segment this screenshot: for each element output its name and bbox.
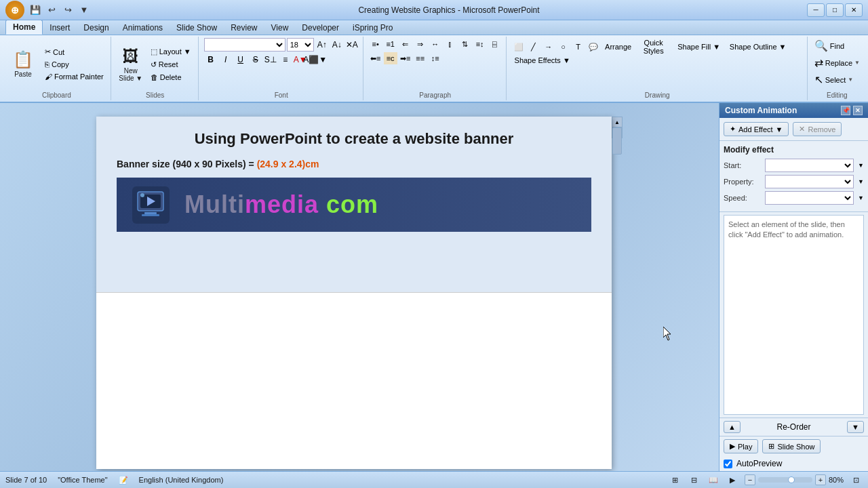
grow-font-btn[interactable]: A↑ bbox=[315, 39, 329, 51]
animation-header: Custom Animation 📌 ✕ bbox=[719, 103, 868, 118]
strikethrough-btn[interactable]: S bbox=[249, 54, 262, 66]
reorder-up-btn[interactable]: ▲ bbox=[724, 421, 741, 433]
minimize-btn[interactable]: ─ bbox=[807, 3, 825, 17]
font-name-select[interactable] bbox=[204, 38, 285, 52]
paste-button[interactable]: 📋 Paste bbox=[7, 43, 39, 85]
title-text: Creating Website Graphics - Microsoft Po… bbox=[91, 5, 807, 15]
slideshow-view-btn[interactable]: ▶ bbox=[726, 474, 739, 486]
draw-callout-btn[interactable]: 💬 bbox=[587, 41, 600, 53]
layout-button[interactable]: ⬚ Layout ▼ bbox=[148, 46, 194, 58]
line-spacing-btn[interactable]: ↕≡ bbox=[429, 52, 442, 64]
start-select[interactable] bbox=[765, 159, 854, 172]
tab-ispring[interactable]: iSpring Pro bbox=[346, 21, 399, 35]
align-btn[interactable]: ≡ bbox=[279, 54, 292, 66]
save-quick-btn[interactable]: 💾 bbox=[28, 3, 42, 17]
undo-quick-btn[interactable]: ↩ bbox=[45, 3, 58, 17]
slide-panel[interactable]: Using PowerPoint to create a website ban… bbox=[0, 103, 719, 471]
tab-developer[interactable]: Developer bbox=[295, 21, 346, 35]
quick-styles-btn[interactable]: QuickStyles bbox=[637, 41, 671, 53]
fit-slide-btn[interactable]: ⊡ bbox=[849, 474, 863, 486]
columns-btn[interactable]: ⫿ bbox=[443, 38, 457, 50]
scroll-thumb[interactable] bbox=[612, 127, 622, 155]
decrease-indent-btn[interactable]: ⇐ bbox=[399, 38, 412, 50]
copy-button[interactable]: ⎘ Copy bbox=[42, 59, 106, 70]
autopreview-checkbox[interactable] bbox=[724, 460, 732, 468]
reorder-down-btn[interactable]: ▼ bbox=[847, 421, 864, 433]
font-group: 18 A↑ A↓ ✕A B I U S S⊥ ≡ A▼ A⬛▼ Font bbox=[200, 37, 363, 100]
zoom-slider[interactable] bbox=[758, 477, 812, 483]
add-effect-button[interactable]: ✦ Add Effect ▼ bbox=[724, 122, 789, 136]
reset-button[interactable]: ↺ Reset bbox=[148, 59, 194, 70]
increase-indent-btn[interactable]: ⇒ bbox=[414, 38, 427, 50]
clear-format-btn[interactable]: ✕A bbox=[345, 39, 359, 51]
align-left-btn[interactable]: ⬅≡ bbox=[369, 52, 382, 64]
tab-review[interactable]: Review bbox=[224, 21, 264, 35]
zoom-out-btn[interactable]: − bbox=[745, 474, 755, 485]
scroll-up-btn[interactable]: ▲ bbox=[612, 117, 623, 127]
slide-sorter-btn[interactable]: ⊟ bbox=[688, 474, 701, 486]
shape-fill-btn[interactable]: Shape Fill ▼ bbox=[672, 41, 726, 53]
find-button[interactable]: 🔍 Find bbox=[813, 38, 846, 54]
tab-home[interactable]: Home bbox=[5, 20, 43, 35]
close-btn[interactable]: ✕ bbox=[845, 3, 863, 17]
banner-logo bbox=[130, 184, 171, 225]
drawing-group: ⬜ ╱ → ○ T 💬 Arrange QuickStyles Shape Fi… bbox=[508, 37, 808, 100]
draw-oval-btn[interactable]: ○ bbox=[557, 41, 570, 53]
delete-button[interactable]: 🗑 Delete bbox=[148, 72, 194, 83]
office-button[interactable]: ⊕ bbox=[5, 1, 24, 20]
tab-insert[interactable]: Insert bbox=[43, 21, 77, 35]
tab-view[interactable]: View bbox=[264, 21, 296, 35]
tab-animations[interactable]: Animations bbox=[116, 21, 170, 35]
animation-pin-btn[interactable]: 📌 bbox=[841, 106, 850, 115]
remove-effect-button[interactable]: ✕ Remove bbox=[793, 122, 842, 136]
align-text-btn[interactable]: ≡↕ bbox=[473, 38, 487, 50]
font-fill-btn[interactable]: A⬛▼ bbox=[309, 54, 322, 66]
animation-close-btn[interactable]: ✕ bbox=[853, 106, 863, 115]
tab-design[interactable]: Design bbox=[77, 21, 115, 35]
reading-view-btn[interactable]: 📖 bbox=[707, 474, 720, 486]
italic-btn[interactable]: I bbox=[219, 54, 233, 66]
shape-outline-btn[interactable]: Shape Outline ▼ bbox=[728, 41, 789, 53]
more-quick-btn[interactable]: ▼ bbox=[77, 3, 91, 17]
shape-effects-btn[interactable]: Shape Effects ▼ bbox=[512, 54, 573, 66]
align-right-btn[interactable]: ➡≡ bbox=[399, 52, 412, 64]
draw-rect-btn[interactable]: ⬜ bbox=[512, 41, 526, 53]
align-center-btn[interactable]: ≡c bbox=[384, 52, 397, 64]
play-button[interactable]: ▶ Play bbox=[724, 439, 758, 453]
start-row: Start: ▼ bbox=[724, 159, 864, 172]
draw-text-btn[interactable]: T bbox=[572, 41, 585, 53]
slideshow-button[interactable]: ⊞ Slide Show bbox=[762, 439, 821, 453]
banner-container[interactable]: Multimedia com bbox=[117, 178, 591, 232]
tab-slideshow[interactable]: Slide Show bbox=[170, 21, 224, 35]
new-slide-button[interactable]: 🖼 NewSlide ▼ bbox=[117, 43, 145, 85]
replace-button[interactable]: ⇄ Replace ▼ bbox=[813, 55, 861, 70]
shrink-font-btn[interactable]: A↓ bbox=[330, 39, 344, 51]
clipboard-group: 📋 Paste ✂ Cut ⎘ Copy 🖌 Format Painter Cl… bbox=[3, 37, 111, 100]
shadow-btn[interactable]: S⊥ bbox=[264, 54, 277, 66]
slide-canvas[interactable]: Using PowerPoint to create a website ban… bbox=[96, 117, 612, 469]
numbering-btn[interactable]: ≡1 bbox=[384, 38, 397, 50]
text-dir-btn[interactable]: ⇅ bbox=[458, 38, 472, 50]
bold-btn[interactable]: B bbox=[204, 54, 218, 66]
arrange-btn[interactable]: Arrange bbox=[601, 41, 635, 53]
cut-button[interactable]: ✂ Cut bbox=[42, 46, 106, 58]
start-dropdown-icon: ▼ bbox=[858, 162, 864, 169]
draw-line-btn[interactable]: ╱ bbox=[527, 41, 540, 53]
zoom-in-btn[interactable]: + bbox=[815, 474, 826, 485]
bullets-btn[interactable]: ≡• bbox=[369, 38, 382, 50]
normal-view-btn[interactable]: ⊞ bbox=[669, 474, 682, 486]
select-button[interactable]: ↖ Select ▼ bbox=[813, 72, 855, 87]
justify-btn[interactable]: ≡≡ bbox=[414, 52, 427, 64]
maximize-btn[interactable]: □ bbox=[826, 3, 844, 17]
slide-title: Using PowerPoint to create a website ban… bbox=[117, 130, 591, 148]
rtl-btn[interactable]: ↔ bbox=[429, 38, 442, 50]
redo-quick-btn[interactable]: ↪ bbox=[61, 3, 75, 17]
underline-btn[interactable]: U bbox=[234, 54, 248, 66]
property-select[interactable] bbox=[765, 175, 854, 188]
zoom-thumb[interactable] bbox=[788, 476, 795, 483]
smartart-btn[interactable]: ⌸ bbox=[488, 38, 502, 50]
format-painter-button[interactable]: 🖌 Format Painter bbox=[42, 71, 106, 82]
font-size-select[interactable]: 18 bbox=[287, 38, 314, 52]
draw-arrow-btn[interactable]: → bbox=[542, 41, 555, 53]
speed-select[interactable] bbox=[765, 191, 854, 205]
